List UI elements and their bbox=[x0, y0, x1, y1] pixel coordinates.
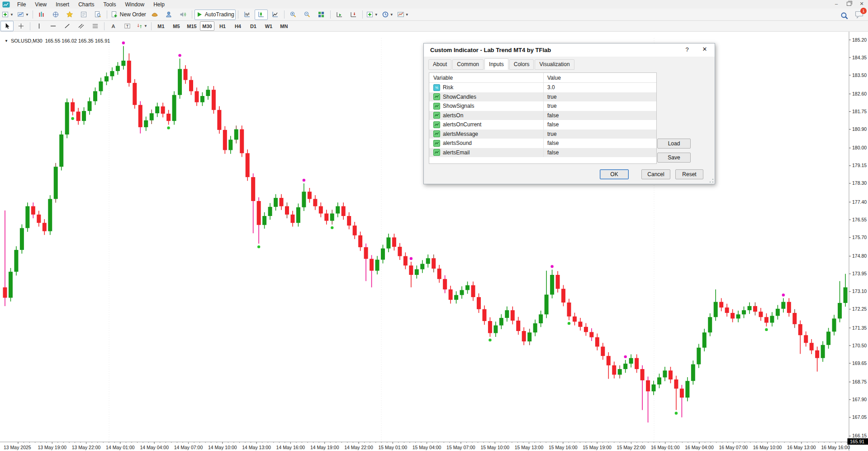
tab-inputs[interactable]: Inputs bbox=[484, 58, 508, 70]
price-tick-label: 167.90 bbox=[852, 397, 867, 402]
cursor-button[interactable] bbox=[0, 21, 14, 31]
text-button[interactable]: A bbox=[107, 21, 120, 31]
line-chart-button[interactable] bbox=[269, 10, 282, 20]
tab-common[interactable]: Common bbox=[452, 59, 484, 70]
tab-visualization[interactable]: Visualization bbox=[535, 59, 574, 70]
time-tick-label: 15 May 16:00 bbox=[549, 445, 578, 450]
variable-value[interactable]: false bbox=[543, 139, 656, 148]
menu-item-view[interactable]: View bbox=[30, 1, 51, 8]
time-tick-label: 15 May 19:00 bbox=[583, 445, 612, 450]
minimize-icon[interactable]: – bbox=[833, 0, 840, 7]
alerts-button[interactable] bbox=[176, 10, 190, 20]
vertical-line-button[interactable] bbox=[33, 21, 46, 31]
candle-body bbox=[240, 129, 244, 153]
input-row-risk[interactable]: ½Risk3.0 bbox=[429, 83, 656, 92]
strategy-tester-button[interactable] bbox=[91, 10, 104, 20]
terminal-button[interactable] bbox=[77, 10, 90, 20]
timeframe-h4[interactable]: H4 bbox=[231, 21, 245, 31]
chart-shift-button[interactable] bbox=[347, 10, 360, 20]
horizontal-line-button[interactable] bbox=[47, 21, 60, 31]
cancel-button[interactable]: Cancel bbox=[641, 169, 670, 179]
bar-chart-button[interactable] bbox=[241, 10, 254, 20]
search-icon[interactable] bbox=[840, 12, 849, 20]
variable-value[interactable]: false bbox=[543, 148, 656, 158]
text-label-button[interactable]: T bbox=[121, 21, 134, 31]
restore-icon[interactable] bbox=[845, 0, 853, 7]
timeframe-h1[interactable]: H1 bbox=[215, 21, 230, 31]
load-button[interactable]: Load bbox=[657, 139, 691, 149]
input-row-alertssound[interactable]: alertsSoundfalse bbox=[429, 139, 656, 148]
input-row-showsignals[interactable]: ShowSignalstrue bbox=[429, 101, 656, 111]
resize-grip[interactable] bbox=[709, 178, 714, 183]
timeframe-m5[interactable]: M5 bbox=[169, 21, 184, 31]
variable-name: alertsOnCurrent bbox=[443, 121, 481, 128]
candlestick-chart-button[interactable] bbox=[255, 10, 268, 20]
indicators-button[interactable]: ▼ bbox=[365, 10, 379, 20]
expert-advisors-button[interactable] bbox=[148, 10, 161, 20]
tile-windows-button[interactable] bbox=[315, 10, 328, 20]
fibonacci-button[interactable] bbox=[89, 21, 102, 31]
price-tick-label: 178.30 bbox=[852, 180, 867, 186]
timeframe-w1[interactable]: W1 bbox=[261, 21, 276, 31]
variable-column-header: Variable bbox=[429, 73, 543, 82]
timeframe-mn[interactable]: MN bbox=[277, 21, 291, 31]
candle-body bbox=[161, 106, 165, 114]
timeframe-m30[interactable]: M30 bbox=[200, 21, 214, 31]
input-row-alertsoncurrent[interactable]: alertsOnCurrentfalse bbox=[429, 120, 656, 130]
input-row-alertsmessage[interactable]: alertsMessagetrue bbox=[429, 130, 656, 139]
variable-value[interactable]: 3.0 bbox=[543, 83, 656, 92]
profiles-button[interactable]: ▼ bbox=[16, 10, 30, 20]
new-chart-button[interactable]: ▼ bbox=[0, 10, 15, 20]
variable-value[interactable]: false bbox=[543, 120, 656, 130]
menu-item-help[interactable]: Help bbox=[149, 1, 169, 8]
new-order-button[interactable]: New Order bbox=[109, 10, 147, 20]
close-icon[interactable]: ✕ bbox=[700, 46, 709, 54]
timeframe-d1[interactable]: D1 bbox=[246, 21, 261, 31]
crosshair-button[interactable] bbox=[14, 21, 28, 31]
menu-item-insert[interactable]: Insert bbox=[51, 1, 74, 8]
equidistant-channel-button[interactable] bbox=[75, 21, 88, 31]
menu-item-file[interactable]: File bbox=[13, 1, 30, 8]
market-watch-button[interactable] bbox=[35, 10, 48, 20]
tab-about[interactable]: About bbox=[428, 59, 451, 70]
templates-button[interactable]: ▼ bbox=[396, 10, 410, 20]
trendline-button[interactable] bbox=[61, 21, 74, 31]
auto-scroll-button[interactable] bbox=[333, 10, 346, 20]
periods-button[interactable]: ▼ bbox=[380, 10, 395, 20]
tab-colors[interactable]: Colors bbox=[509, 59, 534, 70]
menu-item-window[interactable]: Window bbox=[121, 1, 149, 8]
reset-button[interactable]: Reset bbox=[675, 169, 703, 179]
timeframe-m15[interactable]: M15 bbox=[185, 21, 199, 31]
zoom-out-button[interactable] bbox=[301, 10, 314, 20]
favorites-button[interactable] bbox=[63, 10, 76, 20]
input-row-alertsemail[interactable]: alertsEmailfalse bbox=[429, 148, 656, 158]
autotrading-button[interactable]: AutoTrading bbox=[194, 10, 236, 20]
input-row-showcandles[interactable]: ShowCandlestrue bbox=[429, 92, 656, 102]
chevron-down-icon: ▼ bbox=[390, 13, 394, 17]
variable-value[interactable]: true bbox=[543, 101, 656, 111]
chevron-down-icon: ▼ bbox=[25, 13, 29, 17]
input-row-alertson[interactable]: alertsOnfalse bbox=[429, 111, 656, 120]
menu-item-tools[interactable]: Tools bbox=[99, 1, 121, 8]
help-icon[interactable]: ? bbox=[683, 46, 691, 54]
variable-value[interactable]: true bbox=[543, 92, 656, 102]
time-tick-label: 16 May 16:00 bbox=[821, 445, 850, 450]
ok-button[interactable]: OK bbox=[600, 169, 629, 179]
community-button[interactable] bbox=[162, 10, 175, 20]
navigator-button[interactable] bbox=[49, 10, 62, 20]
variable-value[interactable]: true bbox=[543, 130, 656, 139]
dialog-title-bar[interactable]: Custom Indicator - Lab Trend MT4 by TFla… bbox=[424, 43, 715, 57]
save-button[interactable]: Save bbox=[657, 153, 691, 163]
candle-body bbox=[59, 134, 63, 167]
zoom-in-button[interactable] bbox=[287, 10, 300, 20]
close-icon[interactable]: ✕ bbox=[858, 0, 865, 7]
candle-body bbox=[138, 105, 142, 127]
arrow-tools-button[interactable]: ▼ bbox=[135, 21, 149, 31]
signal-dot-sell bbox=[178, 54, 181, 57]
indicators-icon bbox=[366, 11, 374, 18]
timeframe-m1[interactable]: M1 bbox=[154, 21, 168, 31]
menu-item-charts[interactable]: Charts bbox=[74, 1, 99, 8]
variable-value[interactable]: false bbox=[543, 111, 656, 120]
chat-button[interactable]: 1 bbox=[855, 11, 863, 20]
candle-body bbox=[607, 356, 611, 365]
